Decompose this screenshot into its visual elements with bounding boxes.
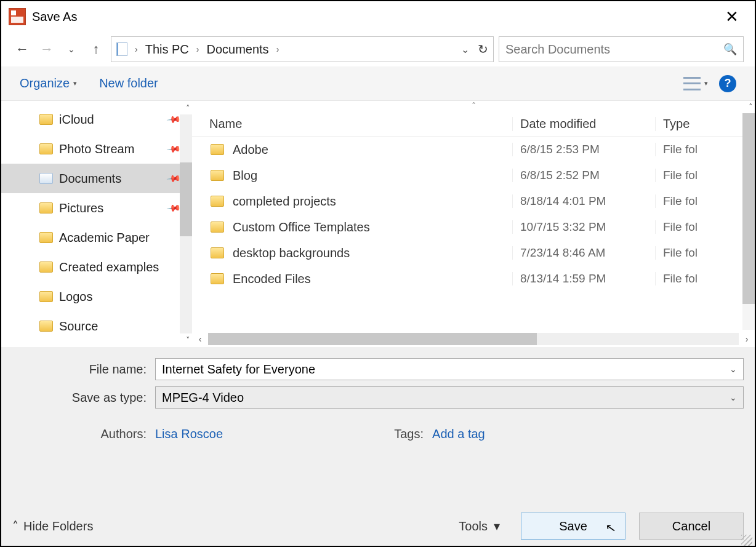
bottom-panel: File name: Internet Safety for Everyone … <box>1 347 755 547</box>
title-bar: Save As ✕ <box>1 1 755 32</box>
hide-folders-button[interactable]: ˄ Hide Folders <box>12 519 93 533</box>
column-header-name[interactable]: Name <box>192 117 512 131</box>
search-icon[interactable]: 🔍 <box>723 42 737 56</box>
tree-item[interactable]: Documents 📌 <box>1 164 192 193</box>
folder-icon <box>211 273 224 284</box>
file-name: Adobe <box>233 143 268 157</box>
breadcrumb-item[interactable]: This PC <box>145 42 189 57</box>
file-row[interactable]: Custom Office Templates 10/7/15 3:32 PM … <box>192 214 755 240</box>
file-row[interactable]: completed projects 8/18/14 4:01 PM File … <box>192 188 755 214</box>
file-list[interactable]: Adobe 6/8/15 2:53 PM File folBlog 6/8/15… <box>192 137 755 331</box>
tree-scrollbar-thumb[interactable] <box>180 162 192 236</box>
file-row[interactable]: desktop backgrounds 7/23/14 8:46 AM File… <box>192 240 755 266</box>
authors-value[interactable]: Lisa Roscoe <box>155 427 223 441</box>
organize-label: Organize <box>20 76 70 90</box>
savetype-label: Save as type: <box>12 391 155 405</box>
tags-label: Tags: <box>383 427 432 441</box>
tree-item[interactable]: Photo Stream 📌 <box>1 134 192 164</box>
chevron-down-icon[interactable]: ⌄ <box>730 393 737 402</box>
file-row[interactable]: Blog 6/8/15 2:52 PM File fol <box>192 162 755 188</box>
file-name: completed projects <box>233 194 336 209</box>
tree-item-label: iCloud <box>59 113 94 127</box>
new-folder-button[interactable]: New folder <box>99 76 158 90</box>
chevron-right-icon: › <box>196 44 199 54</box>
savetype-dropdown[interactable]: MPEG-4 Video ⌄ <box>155 386 744 409</box>
file-name: Custom Office Templates <box>233 220 370 234</box>
folder-icon <box>211 144 224 155</box>
folder-icon <box>39 232 53 243</box>
tree-item[interactable]: Logos <box>1 282 192 311</box>
up-button[interactable]: ↑ <box>86 39 106 59</box>
scroll-down-icon[interactable]: ˅ <box>186 335 190 345</box>
tree-item-label: Documents <box>59 172 121 186</box>
help-button[interactable]: ? <box>719 75 736 92</box>
navigation-bar: ← → ⌄ ↑ › This PC › Documents › ⌄ ↻ 🔍 <box>1 32 755 66</box>
close-button[interactable]: ✕ <box>717 2 747 31</box>
tree-item[interactable]: Created examples <box>1 252 192 282</box>
breadcrumb-item[interactable]: Documents <box>206 42 268 57</box>
chevron-down-icon: ▾ <box>704 79 708 87</box>
tree-item[interactable]: iCloud 📌 <box>1 105 192 134</box>
tree-item[interactable]: Pictures 📌 <box>1 193 192 223</box>
scroll-up-icon[interactable]: ˄ <box>749 102 753 111</box>
new-folder-label: New folder <box>99 76 158 90</box>
refresh-button[interactable]: ↻ <box>478 42 488 57</box>
resize-grip[interactable] <box>741 535 752 546</box>
file-type: File fol <box>655 272 755 285</box>
tree-item[interactable]: Source <box>1 311 192 341</box>
view-menu[interactable]: ▾ <box>683 77 708 90</box>
file-date: 7/23/14 8:46 AM <box>512 246 655 260</box>
file-date: 6/8/15 2:52 PM <box>512 169 655 182</box>
back-button[interactable]: ← <box>12 39 32 59</box>
horizontal-scrollbar[interactable]: ‹ › <box>192 331 755 347</box>
collapse-chevron-icon[interactable]: ˄ <box>192 101 755 112</box>
scroll-right-icon[interactable]: › <box>739 334 755 344</box>
powerpoint-icon <box>9 8 26 25</box>
file-row[interactable]: Adobe 6/8/15 2:53 PM File fol <box>192 137 755 162</box>
folder-icon <box>39 114 53 125</box>
file-type: File fol <box>655 143 755 156</box>
folder-icon <box>39 202 53 214</box>
column-header-date[interactable]: Date modified <box>512 117 655 131</box>
forward-button[interactable]: → <box>37 39 57 59</box>
filename-input[interactable]: Internet Safety for Everyone ⌄ <box>155 358 744 380</box>
filename-value: Internet Safety for Everyone <box>162 362 315 377</box>
tree-item-label: Created examples <box>59 260 159 274</box>
folder-icon <box>211 222 224 233</box>
file-row[interactable]: Encoded Files 8/13/14 1:59 PM File fol <box>192 266 755 292</box>
file-name: Blog <box>233 169 257 183</box>
tree-item[interactable]: Academic Paper <box>1 223 192 252</box>
scroll-left-icon[interactable]: ‹ <box>192 334 208 344</box>
file-type: File fol <box>655 169 755 182</box>
cursor-icon: ↖ <box>605 520 617 537</box>
folder-icon <box>211 247 224 258</box>
folder-icon <box>211 170 224 181</box>
column-header-type[interactable]: Type <box>655 117 755 131</box>
address-bar[interactable]: › This PC › Documents › ⌄ ↻ <box>111 36 494 62</box>
folder-icon <box>39 291 53 302</box>
chevron-down-icon: ▾ <box>73 79 77 87</box>
files-scrollbar-thumb[interactable] <box>742 113 755 304</box>
tools-label: Tools <box>459 519 488 533</box>
hscroll-thumb[interactable] <box>208 333 537 345</box>
search-input[interactable] <box>505 42 723 57</box>
main-area: ˄ iCloud 📌 Photo Stream 📌 Documents 📌 Pi… <box>1 101 755 347</box>
scroll-up-icon[interactable]: ˄ <box>186 103 190 113</box>
address-dropdown-icon[interactable]: ⌄ <box>461 44 469 55</box>
toolbar: Organize ▾ New folder ▾ ? <box>1 66 755 101</box>
chevron-down-icon[interactable]: ⌄ <box>730 364 737 374</box>
recent-dropdown[interactable]: ⌄ <box>62 39 81 59</box>
save-button[interactable]: Save ↖ <box>521 513 625 540</box>
tools-menu[interactable]: Tools ▾ <box>459 519 500 533</box>
search-box[interactable]: 🔍 <box>499 36 744 62</box>
folder-icon <box>39 321 53 332</box>
hscroll-track[interactable] <box>208 333 739 345</box>
file-list-panel: ˄ ˄ Name Date modified Type Adobe 6/8/15… <box>192 101 755 347</box>
folder-icon <box>211 196 224 207</box>
organize-menu[interactable]: Organize ▾ <box>20 76 77 90</box>
cancel-button[interactable]: Cancel <box>639 513 744 540</box>
chevron-up-icon: ˄ <box>12 519 18 533</box>
folder-tree[interactable]: ˄ iCloud 📌 Photo Stream 📌 Documents 📌 Pi… <box>1 101 192 347</box>
tags-value[interactable]: Add a tag <box>432 427 485 441</box>
file-name: desktop backgrounds <box>233 246 350 260</box>
